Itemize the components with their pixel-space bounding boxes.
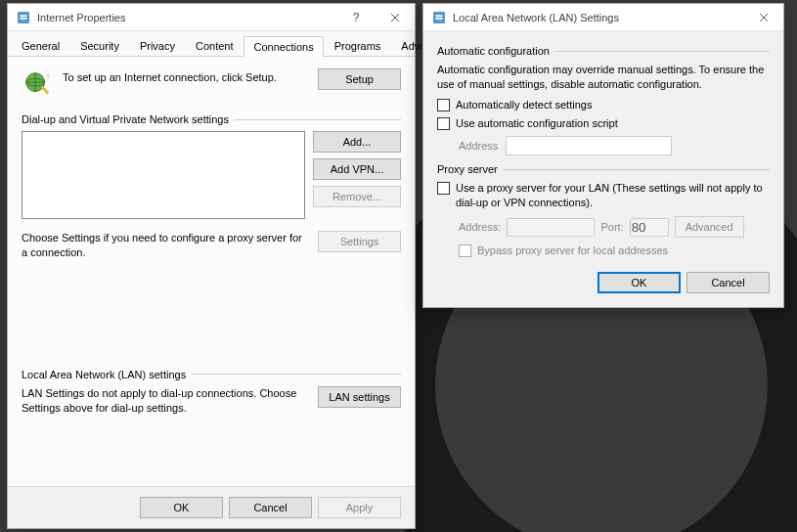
close-button[interactable]: [744, 4, 783, 31]
control-panel-icon: [16, 10, 31, 25]
close-button[interactable]: [376, 4, 415, 31]
setup-description: To set up an Internet connection, click …: [63, 68, 318, 85]
tab-strip: General Security Privacy Content Connect…: [8, 31, 415, 57]
svg-rect-9: [436, 18, 443, 20]
lan-description: LAN Settings do not apply to dial-up con…: [22, 386, 310, 417]
tab-connections[interactable]: Connections: [244, 36, 323, 57]
lan-section-label: Local Area Network (LAN) settings: [22, 369, 186, 380]
svg-marker-6: [46, 73, 50, 77]
titlebar: Local Area Network (LAN) Settings: [423, 4, 783, 31]
svg-rect-5: [41, 86, 50, 95]
auto-config-description: Automatic configuration may override man…: [437, 63, 770, 92]
script-address-label: Address: [459, 140, 498, 152]
auto-config-label: Automatic configuration: [437, 45, 550, 57]
help-button[interactable]: ?: [336, 4, 376, 31]
settings-button: Settings: [318, 231, 401, 252]
internet-properties-dialog: Internet Properties ? General Security P…: [7, 3, 416, 529]
cancel-button[interactable]: Cancel: [229, 497, 312, 518]
remove-button: Remove...: [313, 186, 401, 207]
tab-general[interactable]: General: [12, 35, 69, 56]
proxy-label: Proxy server: [437, 163, 498, 175]
add-vpn-button[interactable]: Add VPN...: [313, 158, 401, 180]
ok-button[interactable]: OK: [598, 272, 681, 293]
auto-detect-label: Automatically detect settings: [456, 98, 592, 112]
svg-rect-1: [21, 15, 27, 17]
setup-button[interactable]: Setup: [318, 68, 401, 90]
dialup-section-label: Dial-up and Virtual Private Network sett…: [22, 113, 229, 125]
globe-wand-icon: [22, 68, 53, 100]
apply-button: Apply: [318, 497, 401, 518]
lan-settings-dialog: Local Area Network (LAN) Settings Automa…: [422, 3, 784, 308]
tab-content[interactable]: Content: [186, 35, 244, 56]
svg-rect-8: [436, 15, 443, 17]
ok-button[interactable]: OK: [140, 497, 223, 518]
cancel-button[interactable]: Cancel: [686, 272, 770, 293]
auto-script-label: Use automatic configuration script: [456, 116, 618, 131]
proxy-port-input: [630, 218, 669, 237]
svg-rect-2: [21, 18, 27, 20]
titlebar: Internet Properties ?: [8, 4, 415, 31]
use-proxy-label: Use a proxy server for your LAN (These s…: [456, 181, 770, 210]
settings-description: Choose Settings if you need to configure…: [22, 231, 310, 261]
add-button[interactable]: Add...: [313, 131, 401, 153]
proxy-address-input: [507, 218, 595, 237]
use-proxy-checkbox[interactable]: [437, 182, 450, 195]
proxy-port-label: Port:: [600, 221, 623, 233]
lan-settings-button[interactable]: LAN settings: [318, 386, 401, 408]
tab-programs[interactable]: Programs: [325, 35, 391, 56]
tab-content: To set up an Internet connection, click …: [8, 57, 415, 428]
bypass-local-checkbox: [459, 244, 471, 257]
control-panel-icon: [431, 10, 447, 25]
tab-security[interactable]: Security: [70, 35, 129, 56]
dialup-list[interactable]: [22, 131, 305, 219]
window-title: Internet Properties: [37, 12, 336, 23]
tab-privacy[interactable]: Privacy: [130, 35, 185, 56]
dialog-footer: OK Cancel Apply: [8, 486, 415, 528]
proxy-advanced-button: Advanced: [675, 216, 744, 238]
script-address-input: [506, 136, 672, 155]
window-title: Local Area Network (LAN) Settings: [453, 12, 744, 23]
bypass-local-label: Bypass proxy server for local addresses: [477, 244, 668, 258]
auto-script-checkbox[interactable]: [437, 117, 450, 130]
proxy-address-label: Address:: [459, 221, 501, 233]
auto-detect-checkbox[interactable]: [437, 99, 450, 111]
